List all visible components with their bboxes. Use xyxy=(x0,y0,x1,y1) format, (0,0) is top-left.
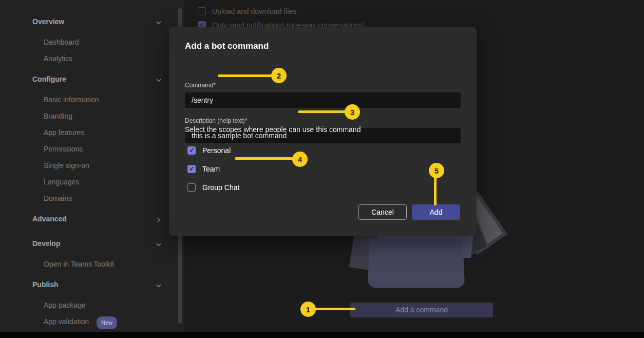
scope-team-row[interactable]: Team xyxy=(187,164,220,174)
sidebar-item-permissions[interactable]: Permissions xyxy=(0,144,184,154)
chevron-down-icon xyxy=(155,281,162,289)
sidebar-item-label: Overview xyxy=(32,16,64,27)
personal-label: Personal xyxy=(202,146,231,155)
sidebar-item-branding[interactable]: Branding xyxy=(0,111,184,121)
sidebar-item-label: Languages xyxy=(44,177,79,187)
sidebar-nav: Overview Dashboard Analytics Configure B… xyxy=(0,0,184,332)
team-label: Team xyxy=(202,165,220,173)
sidebar-item-label: Dashboard xyxy=(44,37,79,47)
sidebar-item-label: Single sign-on xyxy=(44,160,89,171)
annotation-step-5: 5 xyxy=(429,163,444,178)
upload-download-files-label: Upload and download files xyxy=(212,7,296,15)
annotation-step-4: 4 xyxy=(292,152,308,167)
sidebar-item-analytics[interactable]: Analytics xyxy=(0,53,184,64)
new-badge: New xyxy=(97,316,117,329)
add-a-command-button[interactable]: Add a command xyxy=(350,303,493,317)
sidebar-item-develop[interactable]: Develop xyxy=(0,238,184,249)
cancel-button[interactable]: Cancel xyxy=(358,204,407,220)
sidebar-item-label: App validation xyxy=(44,316,89,327)
sidebar-item-label: Advanced xyxy=(32,214,67,224)
scope-personal-row[interactable]: Personal xyxy=(187,146,231,155)
command-input[interactable] xyxy=(185,92,461,108)
chevron-down-icon xyxy=(155,240,162,248)
sidebar-item-publish[interactable]: Publish xyxy=(0,279,184,290)
bottom-bar xyxy=(0,332,644,338)
teams-developer-portal: Upload and download files Only send noti… xyxy=(0,0,644,338)
chevron-right-icon xyxy=(155,216,162,223)
open-box-icon xyxy=(368,239,465,288)
sidebar-item-open-in-teams-toolkit[interactable]: Open in Teams Toolkit xyxy=(0,259,184,269)
sidebar-item-overview[interactable]: Overview xyxy=(0,16,184,27)
sidebar-item-label: App features xyxy=(44,127,84,138)
sidebar-item-app-package[interactable]: App package xyxy=(0,300,184,310)
annotation-line-3 xyxy=(298,110,347,113)
command-label: Command* xyxy=(185,82,216,89)
group-chat-label: Group Chat xyxy=(202,183,239,192)
description-label: Description (help text)* xyxy=(185,117,247,124)
sidebar-item-label: Branding xyxy=(44,111,72,121)
sidebar-item-label: Analytics xyxy=(44,53,72,64)
sidebar-item-basic-information[interactable]: Basic information xyxy=(0,95,184,105)
sidebar-item-label: Permissions xyxy=(44,144,83,154)
sidebar-item-domains[interactable]: Domains xyxy=(0,193,184,203)
annotation-step-2: 2 xyxy=(271,68,287,83)
sidebar-item-dashboard[interactable]: Dashboard xyxy=(0,37,184,47)
sidebar-item-label: Basic information xyxy=(44,95,99,105)
upload-download-files-checkbox[interactable] xyxy=(198,7,206,15)
annotation-line-1 xyxy=(313,308,355,310)
annotation-line-4 xyxy=(235,157,295,160)
sidebar-item-advanced[interactable]: Advanced xyxy=(0,214,184,224)
sidebar-item-label: Open in Teams Toolkit xyxy=(44,259,114,269)
add-bot-command-modal: Add a bot command Command* Description (… xyxy=(169,27,477,236)
sidebar-item-single-sign-on[interactable]: Single sign-on xyxy=(0,160,184,171)
modal-title: Add a bot command xyxy=(185,41,269,51)
personal-checkbox[interactable] xyxy=(187,146,196,155)
annotation-step-3: 3 xyxy=(345,104,360,120)
chevron-down-icon xyxy=(155,18,162,26)
sidebar-item-label: App package xyxy=(44,300,86,310)
team-checkbox[interactable] xyxy=(187,165,196,173)
group-chat-checkbox[interactable] xyxy=(187,183,196,192)
annotation-step-1: 1 xyxy=(300,302,316,317)
sidebar-item-label: Configure xyxy=(32,74,66,84)
sidebar-item-configure[interactable]: Configure xyxy=(0,74,184,84)
add-button[interactable]: Add xyxy=(412,204,460,220)
sidebar-item-label: Develop xyxy=(32,238,60,249)
sidebar-item-label: Domains xyxy=(44,193,72,203)
scopes-heading: Select the scopes where people can use t… xyxy=(185,125,361,134)
annotation-line-2 xyxy=(218,74,274,77)
sidebar-item-app-validation[interactable]: App validation New xyxy=(0,316,184,327)
sidebar-item-languages[interactable]: Languages xyxy=(0,177,184,187)
sidebar-item-label: Publish xyxy=(32,279,59,290)
sidebar-item-app-features[interactable]: App features xyxy=(0,127,184,138)
scope-group-chat-row[interactable]: Group Chat xyxy=(187,183,239,192)
chevron-down-icon xyxy=(155,76,162,83)
annotation-line-5 xyxy=(434,177,437,205)
